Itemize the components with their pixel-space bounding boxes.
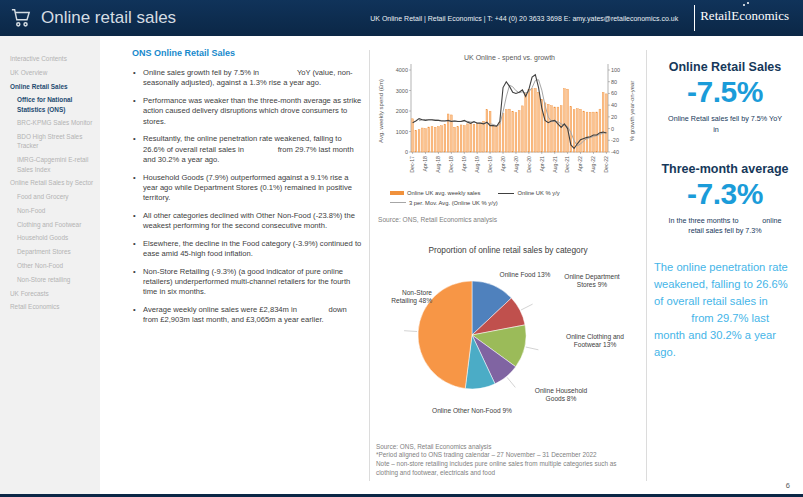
pie-panel: Proportion of online retail sales by cat… [376, 245, 640, 441]
sidebar-item-brc-kpmg[interactable]: BRC-KPMG Sales Monitor [10, 118, 95, 127]
stat-heading-online-retail-sales: Online Retail Sales [652, 60, 798, 74]
stat-value-three-month: -7.3% [652, 177, 798, 211]
svg-text:Dec-20: Dec-20 [526, 156, 532, 173]
svg-text:Avg. weekly spend (£m): Avg. weekly spend (£m) [378, 79, 384, 143]
svg-text:Apr-18: Apr-18 [422, 156, 428, 172]
svg-text:-40: -40 [611, 149, 619, 155]
svg-text:80: 80 [611, 79, 617, 85]
bullet-item: Non-Store Retailing (-9.3%) (a good indi… [132, 267, 364, 298]
sidebar-item-other-non-food[interactable]: Other Non-Food [10, 261, 95, 270]
svg-text:0: 0 [611, 126, 614, 132]
svg-text:4000: 4000 [396, 67, 408, 73]
sidebar-item-online-retail-sales[interactable]: Online Retail Sales [10, 82, 95, 91]
bullet-item: Elsewhere, the decline in the Food categ… [132, 239, 364, 260]
svg-text:Dec-21: Dec-21 [564, 156, 570, 173]
bullet-item: All other categories declined with Other… [132, 211, 364, 232]
bullet-list: Online sales growth fell by 7.5% in YoY … [132, 68, 364, 326]
stat-caption-yoy: Online Retail sales fell by 7.5% YoY in [666, 114, 784, 136]
footnotes: Source: ONS, Retail Economics analysis *… [376, 443, 640, 478]
report-page: Online retail sales UK Online Retail | R… [0, 0, 803, 497]
svg-text:% growth year-on-year: % growth year-on-year [629, 81, 635, 142]
pie-chart-title: Proportion of online retail sales by cat… [376, 245, 640, 255]
sidebar-item-interactive-contents[interactable]: Interactive Contents [10, 54, 95, 63]
stat-heading-three-month: Three-month average [652, 162, 798, 176]
legend-label: Online UK % y/y [517, 190, 559, 196]
spend-vs-growth-chart: UK Online - spend vs. growth010002000300… [376, 48, 638, 188]
logo-text: RetailEconomics [700, 8, 789, 23]
legend-label: 3 per. Mov. Avg. (Online UK % y/y) [409, 200, 498, 206]
svg-text:UK Online - spend vs. growth: UK Online - spend vs. growth [464, 54, 555, 62]
stat-value-yoy: -7.5% [652, 75, 798, 109]
column-divider [369, 50, 370, 481]
sidebar-item-clothing-footwear[interactable]: Clothing and Footwear [10, 220, 95, 229]
stats-column: Online Retail Sales -7.5% Online Retail … [652, 48, 798, 361]
chart-source: Source: ONS, Retail Economics analysis [378, 216, 640, 223]
legend-label: Online UK avg. weekly sales [407, 190, 480, 196]
sidebar-item-ons[interactable]: Office for National Statistics (ONS) [10, 95, 95, 114]
bullet-item: Household Goods (7.9%) outperformed agai… [132, 173, 364, 204]
bullet-item: Average weekly online sales were £2,834m… [132, 305, 364, 326]
svg-text:Dec-22: Dec-22 [603, 156, 609, 173]
svg-text:Apr-22: Apr-22 [577, 156, 583, 172]
shopping-cart-icon [10, 8, 32, 28]
svg-text:1000: 1000 [396, 129, 408, 135]
svg-text:Aug-22: Aug-22 [590, 156, 596, 173]
commentary-section: ONS Online Retail Sales Online sales gro… [132, 48, 364, 333]
sidebar-item-non-store-retailing[interactable]: Non-Store retailing [10, 275, 95, 284]
svg-text:Aug-21: Aug-21 [552, 156, 558, 173]
retail-economics-logo: RetailEconomics [694, 5, 791, 31]
svg-text:Dec-19: Dec-19 [487, 156, 493, 173]
bullet-item: Online sales growth fell by 7.5% in YoY … [132, 68, 364, 89]
penetration-quote: The online penetration rate weakened, fa… [652, 259, 798, 361]
svg-text:-20: -20 [611, 137, 619, 143]
svg-text:20: 20 [611, 114, 617, 120]
svg-text:2000: 2000 [396, 108, 408, 114]
svg-text:Dec-18: Dec-18 [448, 156, 454, 173]
sidebar-item-household-goods[interactable]: Household Goods [10, 233, 95, 242]
svg-text:Apr-20: Apr-20 [500, 156, 506, 172]
legend-swatch-yoy-line [498, 193, 514, 194]
logo-dots [743, 4, 745, 6]
sidebar-item-bdo-tracker[interactable]: BDO High Street Sales Tracker [10, 132, 95, 151]
header-contact: UK Online Retail | Retail Economics | T:… [370, 15, 678, 22]
sidebar-item-uk-forecasts[interactable]: UK Forecasts [10, 289, 95, 298]
svg-text:40: 40 [611, 102, 617, 108]
section-heading: ONS Online Retail Sales [132, 48, 364, 58]
pie-label-other-non-food: Online Other Non-Food 9% [430, 407, 514, 415]
page-title: Online retail sales [41, 8, 176, 28]
pie-label-department-stores: Online Department Stores 9% [560, 273, 624, 289]
charts-column: UK Online - spend vs. growth010002000300… [376, 48, 640, 478]
svg-text:100: 100 [611, 67, 620, 73]
sidebar-item-uk-overview[interactable]: UK Overview [10, 68, 95, 77]
pie-label-online-food: Online Food 13% [496, 271, 554, 279]
footnote: Note – non-store retailing includes pure… [376, 460, 640, 478]
footnote: Source: ONS, Retail Economics analysis [376, 443, 640, 452]
chart-legend: Online UK avg. weekly sales Online UK % … [390, 190, 640, 206]
svg-text:3000: 3000 [396, 88, 408, 94]
header-bar: Online retail sales UK Online Retail | R… [0, 0, 803, 36]
sidebar-item-imrg-capgemini[interactable]: IMRG-Capgemini E-retail Sales Index [10, 155, 95, 174]
legend-swatch-bars [390, 191, 404, 195]
footnote: *Period aligned to ONS trading calendar … [376, 451, 640, 460]
svg-text:Aug-18: Aug-18 [435, 156, 441, 173]
sidebar-item-retail-economics[interactable]: Retail Economics [10, 302, 95, 311]
legend-swatch-mavg-line [390, 202, 406, 203]
svg-text:Apr-21: Apr-21 [539, 156, 545, 172]
page-number: 6 [786, 481, 790, 490]
bullet-item: Performance was weaker than the three-mo… [132, 96, 364, 127]
sidebar-item-sales-by-sector[interactable]: Online Retail Sales by Sector [10, 178, 95, 187]
svg-text:0: 0 [405, 149, 408, 155]
pie-label-clothing-footwear: Online Clothing and Footwear 13% [558, 333, 632, 349]
sidebar-item-department-stores[interactable]: Department Stores [10, 247, 95, 256]
pie-label-non-store: Non-Store Retailing 48% [376, 289, 432, 305]
sidebar: Interactive Contents UK Overview Online … [0, 36, 100, 494]
sidebar-item-food-grocery[interactable]: Food and Grocery [10, 192, 95, 201]
bullet-item: Resultantly, the online penetration rate… [132, 134, 364, 165]
stat-caption-three-month: In the three months to online retail sal… [666, 216, 784, 238]
column-divider [646, 50, 647, 481]
svg-text:Aug-20: Aug-20 [513, 156, 519, 173]
svg-text:Apr-19: Apr-19 [461, 156, 467, 172]
svg-text:Aug-19: Aug-19 [474, 156, 480, 173]
svg-text:Dec-17: Dec-17 [409, 156, 415, 173]
sidebar-item-non-food[interactable]: Non-Food [10, 206, 95, 215]
